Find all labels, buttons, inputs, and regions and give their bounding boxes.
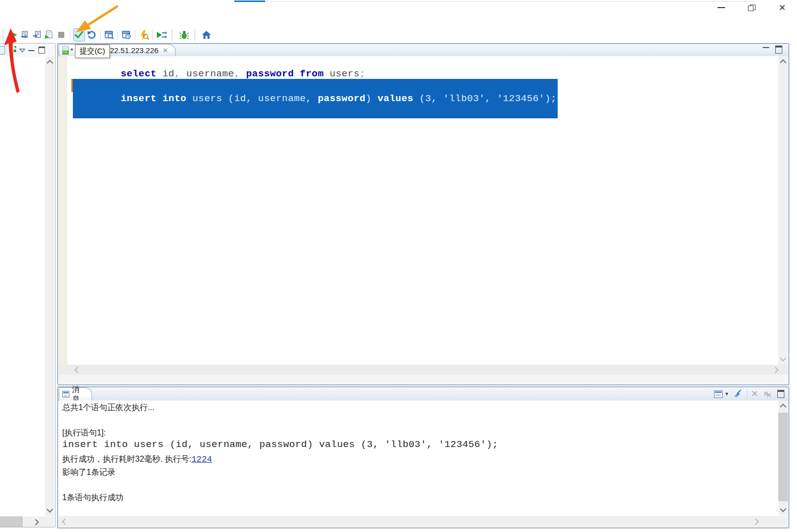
toolbar-separator (100, 30, 101, 40)
sql-token: values (377, 93, 413, 104)
sql-editor-group: SQL * 122.51.223.226 ✕ select id, userna… (57, 43, 789, 385)
rollback-icon[interactable] (86, 29, 97, 41)
pending-transactions-icon[interactable] (121, 29, 132, 41)
main-toolbar (0, 27, 213, 42)
top-edge-accent (234, 1, 265, 2)
editor-group-maximize-icon[interactable] (775, 46, 782, 54)
message-line: [执行语句1]: (62, 428, 106, 438)
panel-minimize-icon[interactable] (28, 50, 34, 51)
messages-group: 消息 ▼ ✕ ✕ ✕ 总共1个语句正依次执行... [执行语句1]: (57, 386, 789, 528)
close-window-icon[interactable]: ✕ (779, 4, 786, 12)
application-window: ✕ (0, 0, 797, 532)
scrollbar-corner (778, 516, 788, 527)
result-text: 执行成功，执行耗时32毫秒. 执行号: (62, 455, 191, 463)
messages-hscrollbar[interactable] (59, 516, 778, 527)
sql-token: password (318, 93, 365, 104)
messages-content[interactable]: 总共1个语句正依次执行... [执行语句1]: insert into user… (59, 401, 778, 515)
message-line: 影响了1条记录 (62, 467, 115, 478)
yellow-arrow-shaft (89, 7, 117, 24)
clipped-panel-icon (0, 46, 5, 55)
restore-window-icon[interactable] (748, 5, 756, 11)
commit-tooltip: 提交(C) (75, 45, 110, 58)
sql-token: id (156, 68, 174, 79)
left-panel (0, 43, 56, 527)
editor-tabbar: SQL * 122.51.223.226 ✕ (58, 44, 788, 57)
sql-token: (3, 'llb03', '123456'); (413, 93, 557, 104)
panel-separator (7, 46, 7, 55)
messages-tabbar: 消息 ▼ ✕ ✕ ✕ (58, 387, 788, 401)
sql-token: , (234, 68, 240, 79)
message-view-menu-icon[interactable]: ▼ (725, 391, 729, 396)
message-line: 1条语句执行成功 (62, 493, 123, 503)
messages-maximize-icon[interactable] (777, 390, 784, 398)
execution-number-link[interactable]: 1224 (191, 455, 212, 464)
editor-hscrollbar[interactable] (59, 365, 788, 375)
transaction-log-icon[interactable] (104, 29, 115, 41)
toolbar-separator (70, 30, 70, 40)
execute-new-tab-icon[interactable] (156, 29, 167, 41)
message-result-line: 执行成功，执行耗时32毫秒. 执行号:1224 (62, 454, 212, 465)
message-sql-line: insert into users (id, username, passwor… (62, 439, 498, 450)
execute-script-next-icon[interactable] (32, 29, 43, 41)
toolbar-drag-handle[interactable] (172, 29, 174, 40)
clear-messages-icon[interactable] (733, 389, 743, 400)
explain-plan-icon[interactable] (139, 29, 150, 41)
sql-token: username (180, 68, 234, 79)
message-line: 总共1个语句正依次执行... (62, 403, 154, 413)
toolbar-drag-handle[interactable] (194, 29, 197, 40)
editor-vscrollbar[interactable] (778, 56, 788, 365)
panel-maximize-icon[interactable] (38, 47, 45, 54)
execute-file-icon[interactable] (44, 29, 55, 41)
execute-statement-icon[interactable] (8, 29, 19, 41)
toolbar-separator (135, 30, 136, 40)
sql-token: users (id, username, (186, 93, 318, 104)
sql-token: ) (365, 93, 377, 104)
editor-annotation-ruler (59, 56, 68, 365)
sql-token: password (240, 68, 293, 79)
messages-tab[interactable]: 消息 (59, 387, 92, 401)
message-view-icon[interactable] (714, 390, 723, 398)
top-edge-line (265, 1, 754, 2)
sql-token: from (294, 68, 324, 79)
sql-token: ; (360, 68, 366, 79)
left-panel-header (0, 43, 55, 57)
stop-icon[interactable] (56, 29, 67, 41)
remove-all-messages-icon[interactable]: ✕ ✕ (763, 390, 772, 398)
minimize-window-icon[interactable] (718, 7, 725, 8)
view-menu-icon[interactable] (19, 46, 25, 55)
home-icon[interactable] (201, 29, 212, 41)
debug-icon[interactable] (179, 29, 190, 41)
messages-vscrollbar[interactable] (778, 401, 788, 515)
sql-token: insert into (120, 93, 186, 104)
remove-message-icon[interactable]: ✕ (751, 390, 758, 398)
sql-line-3-selected: insert into users (id, username, passwor… (73, 79, 558, 118)
toolbar-drag-handle[interactable] (3, 29, 5, 40)
sql-editor-surface[interactable]: select id, username, password from users… (67, 56, 778, 365)
tab-close-icon[interactable]: ✕ (162, 47, 168, 54)
editor-bottom-strip (59, 375, 788, 384)
execute-script-icon[interactable] (20, 29, 31, 41)
left-panel-hscrollbar[interactable] (0, 516, 55, 527)
messages-icon (62, 391, 69, 397)
tab-dirty-marker: * (70, 46, 73, 55)
messages-toolbar: ▼ ✕ ✕ ✕ (714, 387, 784, 401)
commit-icon[interactable] (73, 28, 86, 41)
sql-file-icon: SQL (62, 47, 69, 55)
editor-group-minimize-icon[interactable] (763, 47, 769, 48)
sql-token: , (175, 68, 181, 79)
collapse-all-icon[interactable] (9, 45, 17, 55)
toolbar-separator (747, 389, 747, 398)
left-panel-vscrollbar[interactable] (45, 57, 55, 516)
sql-token: users (324, 68, 360, 79)
tab-label: 122.51.223.226 (106, 46, 158, 55)
sql-token: select (120, 68, 156, 79)
toolbar-separator (152, 30, 153, 40)
toolbar-separator (117, 30, 118, 40)
titlebar-controls: ✕ (703, 1, 792, 14)
